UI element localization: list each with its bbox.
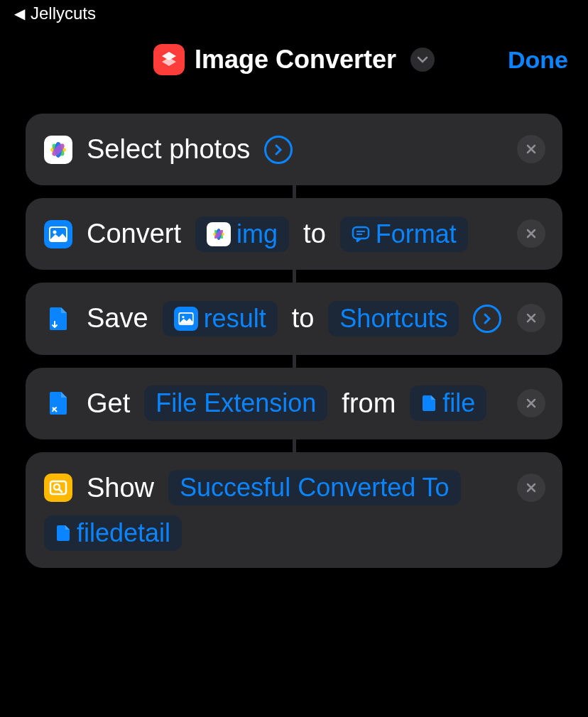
variable-token-result[interactable]: result: [163, 301, 278, 336]
image-icon: [44, 220, 72, 248]
parameter-token-shortcuts[interactable]: Shortcuts: [328, 301, 459, 336]
connector: [293, 439, 296, 452]
close-icon: [525, 143, 538, 155]
token-label: Succesful Converted To: [180, 473, 450, 503]
token-label: file: [442, 388, 475, 418]
close-icon: [525, 312, 538, 324]
delete-action-button[interactable]: [517, 135, 545, 163]
svg-point-7: [53, 230, 57, 234]
action-select-photos[interactable]: Select photos: [26, 114, 562, 185]
action-text: from: [342, 385, 396, 422]
file-icon: [55, 524, 71, 542]
chevron-right-icon: [274, 143, 283, 156]
image-icon: [174, 307, 198, 331]
quicklook-icon: [44, 474, 72, 502]
action-text: Get: [87, 385, 130, 422]
token-label: File Extension: [156, 388, 316, 418]
variable-token-format[interactable]: Format: [340, 217, 468, 252]
action-text: to: [303, 215, 326, 253]
disclosure-button[interactable]: [264, 136, 293, 164]
connector: [293, 185, 296, 198]
back-link[interactable]: ◀ Jellycuts: [14, 4, 96, 23]
svg-line-23: [59, 489, 62, 492]
done-button[interactable]: Done: [508, 46, 568, 74]
close-icon: [525, 481, 538, 494]
delete-action-button[interactable]: [517, 389, 545, 417]
action-text: Show: [87, 469, 154, 507]
action-save-file[interactable]: Save result to Shortcuts: [26, 283, 562, 354]
header: Image Converter Done: [0, 27, 588, 92]
shortcut-options-button[interactable]: [410, 48, 435, 72]
photos-app-icon: [207, 222, 231, 246]
variable-token-filedetail[interactable]: filedetail: [44, 515, 182, 551]
page-title: Image Converter: [195, 45, 396, 75]
back-label: Jellycuts: [31, 4, 96, 23]
svg-rect-14: [353, 227, 369, 239]
variable-token-img[interactable]: img: [195, 217, 289, 252]
close-icon: [525, 227, 538, 240]
action-get-file-detail[interactable]: Get File Extension from file: [26, 368, 562, 439]
back-arrow-icon: ◀: [14, 5, 25, 22]
ask-icon: [352, 226, 370, 243]
shortcut-app-icon: [153, 44, 185, 75]
chevron-down-icon: [417, 56, 428, 63]
file-info-icon: [44, 389, 72, 417]
photos-app-icon: [44, 136, 72, 164]
token-label: Shortcuts: [339, 304, 447, 334]
connector: [293, 270, 296, 283]
connector: [293, 355, 296, 368]
svg-point-19: [182, 316, 184, 318]
token-label: result: [204, 304, 266, 334]
delete-action-button[interactable]: [517, 474, 545, 502]
action-convert-image[interactable]: Convert: [26, 198, 562, 270]
close-icon: [525, 397, 538, 410]
svg-rect-21: [50, 481, 66, 494]
parameter-token-file-extension[interactable]: File Extension: [144, 385, 327, 421]
variable-token-file[interactable]: file: [410, 385, 486, 421]
token-label: filedetail: [77, 518, 170, 548]
token-label: Format: [376, 219, 457, 249]
disclosure-button[interactable]: [473, 305, 501, 333]
action-text: Save: [87, 300, 148, 337]
delete-action-button[interactable]: [517, 219, 545, 248]
file-save-icon: [44, 305, 72, 333]
action-text: Convert: [87, 215, 181, 253]
file-icon: [421, 394, 437, 412]
text-token[interactable]: Succesful Converted To: [168, 470, 461, 505]
chevron-right-icon: [483, 312, 491, 325]
action-text: Select photos: [87, 131, 250, 168]
token-label: img: [236, 219, 278, 249]
action-text: to: [292, 300, 315, 337]
action-quick-look[interactable]: Show Succesful Converted To filedetail: [26, 452, 562, 568]
